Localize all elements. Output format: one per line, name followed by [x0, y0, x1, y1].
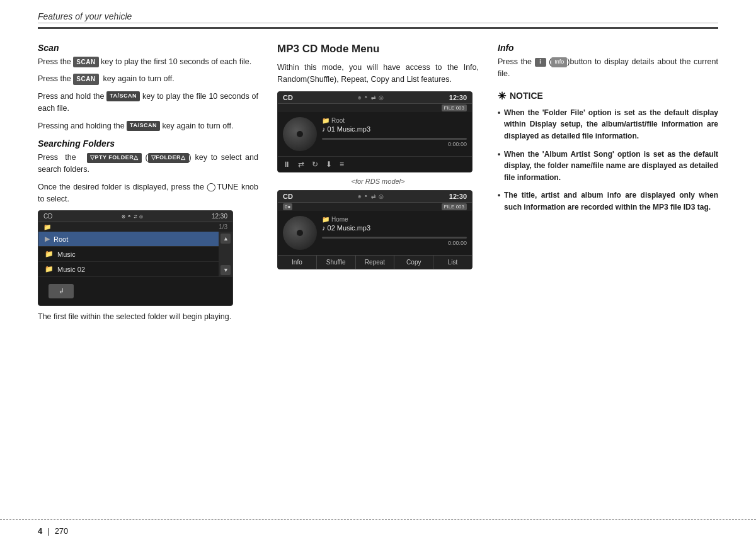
progress-bar-top: [322, 138, 467, 140]
folder-item-music02[interactable]: 📁 Music 02: [38, 262, 219, 277]
search-folders-title: Searching Folders: [38, 138, 258, 149]
mp3-screen-bottom: CD ⎈ ⚬ ⇄ ◎ 12:30 0● FILE 003: [277, 190, 472, 269]
bluetooth-icon: ⎈: [122, 213, 125, 220]
folder-name-top: Root: [331, 117, 345, 124]
track-name-top: ♪ 01 Music.mp3: [322, 125, 467, 133]
ta-scan-button-2: TA/SCAN: [127, 121, 160, 131]
menu-btn-shuffle[interactable]: Shuffle: [317, 256, 356, 269]
track-folder-top: 📁 Root: [322, 117, 467, 124]
track-name-bottom: ♪ 02 Music.mp3: [322, 224, 467, 232]
circle-icon-top: ⚬: [364, 94, 369, 101]
circle-icon: ⚬: [127, 213, 132, 220]
info-section-title: Info: [498, 43, 718, 53]
repeat-btn-top[interactable]: ↻: [312, 160, 318, 169]
scan-p3: Press and hold the TA/SCAN key to play t…: [38, 91, 258, 115]
arrows-icon: ⇄: [134, 213, 137, 220]
folder-item-label-music: Music: [57, 251, 76, 258]
scan-p2: Press the SCAN key again to turn off.: [38, 73, 258, 85]
search-p1: Press the ▽PTY FOLDER△ (▽FOLDER△) key to…: [38, 152, 258, 176]
bt-icon-top: ⎈: [358, 94, 361, 101]
cd-label-bottom: CD: [283, 193, 293, 200]
screen-top-time: 12:30: [449, 94, 467, 101]
scroll-down-btn[interactable]: ▼: [220, 265, 231, 275]
right-column: Info Press the i (Info)button to display…: [491, 43, 718, 329]
folder-header-icons: ⎈ ⚬ ⇄ ◎: [122, 213, 143, 220]
notice-box: ✳ NOTICE When the 'Folder File' option i…: [498, 90, 718, 213]
music-note-top: ♪: [322, 125, 326, 133]
page-number-left: 4: [38, 526, 42, 536]
page-divider: |: [47, 526, 49, 536]
folder-item-music[interactable]: 📁 Music: [38, 247, 219, 262]
screen-bottom-header: CD ⎈ ⚬ ⇄ ◎ 12:30: [278, 191, 472, 203]
ta-scan-button-1: TA/SCAN: [106, 91, 140, 101]
scan-p4: Pressing and holding the TA/SCAN key aga…: [38, 120, 258, 132]
header-divider: [38, 23, 718, 23]
folder-icon-top: 📁: [43, 223, 51, 230]
folder-btn-1: ▽PTY FOLDER△: [87, 153, 142, 163]
menu-btn-copy[interactable]: Copy: [394, 256, 433, 269]
progress-bar-bottom: [322, 237, 467, 239]
notice-item-2: When the 'Album Artist Song' option is s…: [498, 149, 718, 184]
menu-btn-list[interactable]: List: [433, 256, 472, 269]
scan-button-2: SCAN: [73, 74, 98, 85]
info-icon-btn: i: [535, 58, 546, 67]
scroll-controls: ▲ ▼: [219, 232, 232, 277]
notice-item-1: When the 'Folder File' option is set as …: [498, 107, 718, 142]
play-icon: ▶: [45, 235, 50, 243]
shuffle-btn-top[interactable]: ⇄: [298, 160, 304, 169]
download-btn-top[interactable]: ⬇: [326, 160, 332, 169]
folder-item-label-root: Root: [54, 235, 68, 243]
notice-title-text: NOTICE: [510, 91, 543, 101]
disc-badge-bottom: 0●: [283, 203, 292, 210]
folder-screen-header: CD ⎈ ⚬ ⇄ ◎ 12:30: [38, 211, 232, 222]
circle-icon-bottom: ⚬: [364, 193, 369, 200]
screen-top-icons: ⎈ ⚬ ⇄ ◎: [358, 94, 384, 101]
file-badge-top: FILE 003: [442, 104, 467, 111]
search-p2: Once the desired folder is displayed, pr…: [38, 181, 258, 206]
screen-top-body: 📁 Root ♪ 01 Music.mp3 0:00:00: [278, 112, 472, 156]
bt-icon-bottom: ⎈: [358, 193, 361, 200]
music-note-bottom: ♪: [322, 224, 326, 232]
scan-button-1: SCAN: [73, 57, 98, 68]
cd-label-folder: CD: [43, 213, 52, 220]
track-folder-bottom: 📁 Home: [322, 216, 467, 223]
scan-section-title: Scan: [38, 43, 258, 53]
folder-screen: CD ⎈ ⚬ ⇄ ◎ 12:30 📁 1/3 ▶: [38, 210, 233, 306]
header-title: Features of your vehicle: [38, 11, 718, 21]
folder-name-bottom: Home: [331, 216, 348, 223]
disc-icon-bottom: ◎: [379, 193, 384, 200]
screen-bottom-body: 📁 Home ♪ 02 Music.mp3 0:00:00: [278, 211, 472, 255]
notice-star-icon: ✳: [498, 90, 506, 102]
middle-column: MP3 CD Mode Menu Within this mode, you w…: [277, 43, 491, 329]
cd-label-top: CD: [283, 94, 293, 101]
back-button[interactable]: ↲: [49, 284, 74, 298]
folder-item-root[interactable]: ▶ Root: [38, 232, 219, 247]
page-header: Features of your vehicle: [38, 0, 718, 29]
disc-icon: ◎: [139, 213, 143, 220]
folder-screen-time: 12:30: [212, 213, 227, 220]
page-footer: 4 | 270: [0, 519, 756, 542]
search-p3: The first file within the selected folde…: [38, 311, 258, 323]
screen-top-header: CD ⎈ ⚬ ⇄ ◎ 12:30: [278, 92, 472, 104]
screen-bottom-icons: ⎈ ⚬ ⇄ ◎: [358, 193, 384, 200]
arrows-icon-top: ⇄: [371, 94, 376, 101]
pause-btn-top[interactable]: ⏸: [283, 160, 290, 169]
list-btn-top[interactable]: ≡: [340, 160, 344, 169]
screen-bottom-time: 12:30: [449, 193, 467, 200]
menu-btn-info[interactable]: Info: [278, 256, 317, 269]
info-label-btn: Info: [551, 57, 567, 67]
info-paragraph: Press the i (Info)button to display deta…: [498, 56, 718, 81]
folder-icon-music: 📁: [45, 250, 54, 258]
left-column: Scan Press the SCAN key to play the firs…: [38, 43, 277, 329]
folder-icon-music02: 📁: [45, 265, 54, 273]
menu-btn-repeat[interactable]: Repeat: [356, 256, 395, 269]
file-badge-bottom: FILE 003: [442, 203, 467, 210]
mp3-screen-top: CD ⎈ ⚬ ⇄ ◎ 12:30 FILE 003: [277, 91, 472, 172]
back-btn-container: ↲: [38, 277, 232, 305]
album-art-bottom: [283, 216, 317, 250]
track-info-top: 📁 Root ♪ 01 Music.mp3 0:00:00: [322, 117, 467, 147]
album-art-top: [283, 117, 317, 151]
folder-icon-track-bottom: 📁: [322, 216, 329, 223]
scroll-up-btn[interactable]: ▲: [220, 234, 231, 244]
folder-icon-track: 📁: [322, 117, 329, 124]
